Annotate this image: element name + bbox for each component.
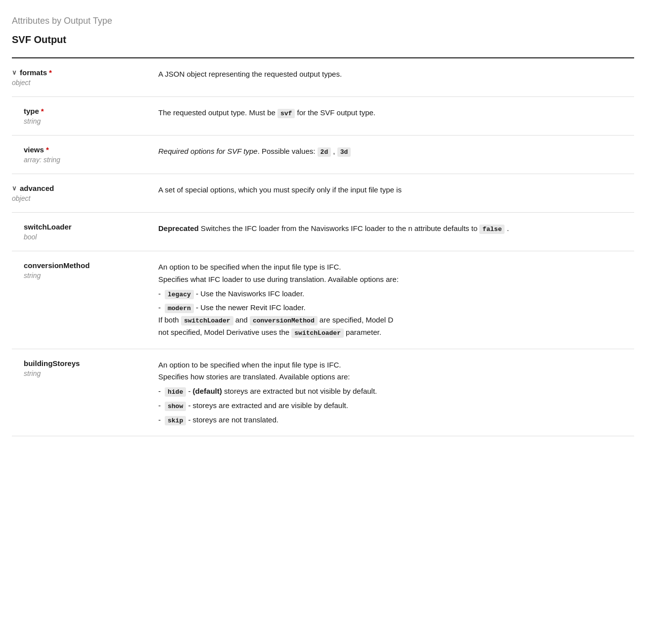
attr-desc-conversionmethod: An option to be specified when the input… [150,251,634,349]
views-required-text: Required options for SVF type [158,147,258,155]
attr-name-label: conversionMethod [24,261,90,270]
views-description: Required options for SVF type. Possible … [158,147,351,155]
attr-type-switchloader: bool [12,233,142,241]
cm-list-modern: - modern - Use the newer Revit IFC loade… [158,302,634,314]
conversionmethod-description: An option to be specified when the input… [158,261,634,339]
attr-type-formats: object [12,79,142,87]
attr-desc-type: The requested output type. Must be svf f… [150,97,634,136]
attr-name-label: type [24,107,39,115]
list-dash: - [158,414,161,426]
cm-line1: An option to be specified when the input… [158,261,634,274]
list-dash: - [158,385,161,398]
attr-name-advanced: ∨ advanced [12,184,142,192]
required-star-views: * [46,145,49,154]
table-row: type * string The requested output type.… [12,97,634,136]
attr-name-cell: switchLoader bool [12,213,150,251]
code-skip: skip [165,416,186,425]
table-row: ∨ advanced object A set of special optio… [12,174,634,213]
attributes-table: ∨ formats * object A JSON object represe… [12,58,634,436]
list-dash: - [158,288,161,300]
table-row: conversionMethod string An option to be … [12,251,634,349]
section-heading: SVF Output [12,34,634,46]
bs-show-text: show - storeys are extracted and are vis… [165,400,348,412]
bs-list-show: - show - storeys are extracted and are v… [158,400,634,412]
table-row: ∨ formats * object A JSON object represe… [12,58,634,97]
attr-desc-switchloader: Deprecated Switches the IFC loader from … [150,213,634,251]
default-label: (default) [193,387,222,395]
cm-list-legacy: - legacy - Use the Navisworks IFC loader… [158,288,634,300]
required-star-formats: * [49,68,52,77]
attr-type-buildingstoreys: string [12,369,142,377]
attr-name-cell: type * string [12,97,150,136]
bs-hide-text: hide - (default) storeys are extracted b… [165,385,377,398]
attr-type-conversionmethod: string [12,272,142,279]
deprecated-label: Deprecated [158,224,199,232]
attr-name-cell: ∨ advanced object [12,174,150,213]
attr-desc-advanced: A set of special options, which you must… [150,174,634,213]
attr-name-type: type * [12,107,142,115]
attr-type-advanced: object [12,194,142,202]
switchloader-description: Deprecated Switches the IFC loader from … [158,224,509,232]
attr-name-cell: conversionMethod string [12,251,150,349]
bs-list-skip: - skip - storeys are not translated. [158,414,634,426]
cm-legacy-text: legacy - Use the Navisworks IFC loader. [165,288,304,300]
list-dash: - [158,400,161,412]
type-description: The requested output type. Must be svf f… [158,108,375,117]
attr-desc-formats: A JSON object representing the requested… [150,58,634,97]
attr-name-label: advanced [20,184,54,192]
attr-type-views: array: string [12,156,142,164]
attr-type-type: string [12,117,142,125]
attr-name-label: formats [20,68,47,77]
attr-name-formats: ∨ formats * [12,68,142,77]
code-modern: modern [165,304,194,313]
advanced-description: A set of special options, which you must… [158,185,402,194]
page-title: Attributes by Output Type [12,16,634,26]
attr-name-label: buildingStoreys [24,359,80,368]
code-hide: hide [165,387,186,397]
attr-name-switchloader: switchLoader [12,223,142,231]
cm-modern-text: modern - Use the newer Revit IFC loader. [165,302,306,314]
code-legacy: legacy [165,290,194,299]
code-conversionmethod-ref: conversionMethod [250,316,318,325]
attr-name-cell: buildingStoreys string [12,349,150,436]
code-show: show [165,402,186,411]
attr-desc-views: Required options for SVF type. Possible … [150,136,634,174]
attr-name-views: views * [12,145,142,154]
attr-name-cell: views * array: string [12,136,150,174]
formats-description: A JSON object representing the requested… [158,70,342,78]
collapse-arrow-advanced[interactable]: ∨ [12,184,17,192]
table-row: switchLoader bool Deprecated Switches th… [12,213,634,251]
bs-line2: Specifies how stories are translated. Av… [158,371,634,383]
attr-name-buildingstoreys: buildingStoreys [12,359,142,368]
cm-line2: Specifies what IFC loader to use during … [158,274,634,286]
collapse-arrow-formats[interactable]: ∨ [12,69,17,76]
code-2d: 2d [318,147,331,157]
bs-line1: An option to be specified when the input… [158,359,634,371]
table-row: buildingStoreys string An option to be s… [12,349,634,436]
cm-line5: If both switchLoader and conversionMetho… [158,314,634,326]
list-dash: - [158,302,161,314]
code-switchloader-ref2: switchLoader [291,328,344,338]
code-3d: 3d [337,147,351,157]
attr-name-cell: ∨ formats * object [12,58,150,97]
attr-desc-buildingstoreys: An option to be specified when the input… [150,349,634,436]
table-row: views * array: string Required options f… [12,136,634,174]
bs-list-hide: - hide - (default) storeys are extracted… [158,385,634,398]
code-switchloader-ref: switchLoader [181,316,233,325]
attr-name-label: switchLoader [24,223,72,231]
attr-name-label: views [24,145,44,154]
code-svf: svf [277,109,295,118]
attr-name-conversionmethod: conversionMethod [12,261,142,270]
buildingstoreys-description: An option to be specified when the input… [158,359,634,426]
required-star-type: * [41,107,44,115]
cm-line6: not specified, Model Derivative uses the… [158,326,634,339]
bs-skip-text: skip - storeys are not translated. [165,414,278,426]
code-false: false [479,225,505,234]
